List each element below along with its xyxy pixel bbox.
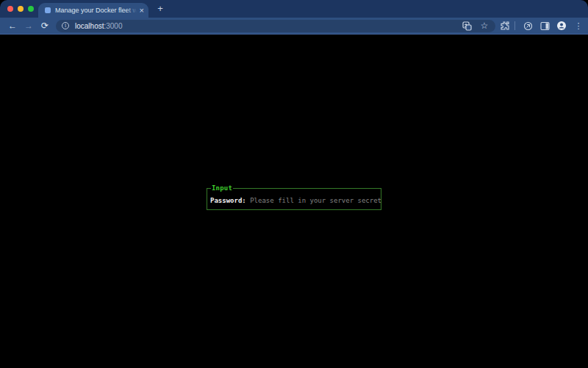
translate-icon[interactable] [462,21,472,31]
back-icon[interactable]: ← [6,19,19,32]
new-tab-button[interactable]: + [154,3,166,15]
tab-title-fade [126,7,137,14]
tab-title-text: Manage your Docker fleet wi [55,7,137,14]
url-text: localhost:3000 [75,22,123,30]
browser-menu-icon[interactable]: ⋮ [573,21,584,31]
page-content: Input Password: Please fill in your serv… [0,35,588,368]
tab-favicon-icon [45,7,51,13]
side-panel-icon[interactable] [539,21,550,31]
maximize-window-icon[interactable] [28,6,34,12]
browser-toolbar: ← → ⟳ i localhost:3000 ☆ [0,18,588,35]
extensions-puzzle-icon[interactable] [500,21,510,31]
password-input-box[interactable]: Input Password: Please fill in your serv… [207,188,381,210]
tab-strip: Manage your Docker fleet wi × + [0,0,588,18]
reload-icon[interactable]: ⟳ [38,19,51,32]
toolbar-right-icons: ⋮ [523,21,584,31]
profile-avatar-icon[interactable] [556,21,567,31]
minimize-window-icon[interactable] [18,6,24,12]
address-bar[interactable]: i localhost:3000 ☆ [56,20,495,32]
input-box-title: Input [211,184,233,192]
browser-window: Manage your Docker fleet wi × + ← → ⟳ i … [0,0,588,368]
site-info-icon[interactable]: i [62,22,69,29]
browser-tab[interactable]: Manage your Docker fleet wi × [38,3,148,18]
toolbar-separator [514,21,515,30]
url-host: localhost [75,22,104,30]
url-port: :3000 [104,22,122,30]
close-window-icon[interactable] [7,6,13,12]
tab-close-icon[interactable]: × [140,7,144,15]
traffic-lights [7,6,34,12]
forward-icon[interactable]: → [22,19,35,32]
tab-title: Manage your Docker fleet wi [55,7,137,14]
bookmark-star-icon[interactable]: ☆ [479,21,490,31]
password-placeholder: Please fill in your server secret [246,197,381,204]
omnibox-icons: ☆ [462,21,490,31]
password-label: Password: [210,197,246,204]
password-field[interactable]: Password: Please fill in your server sec… [210,197,378,204]
pinned-extension-icon[interactable] [523,21,533,31]
